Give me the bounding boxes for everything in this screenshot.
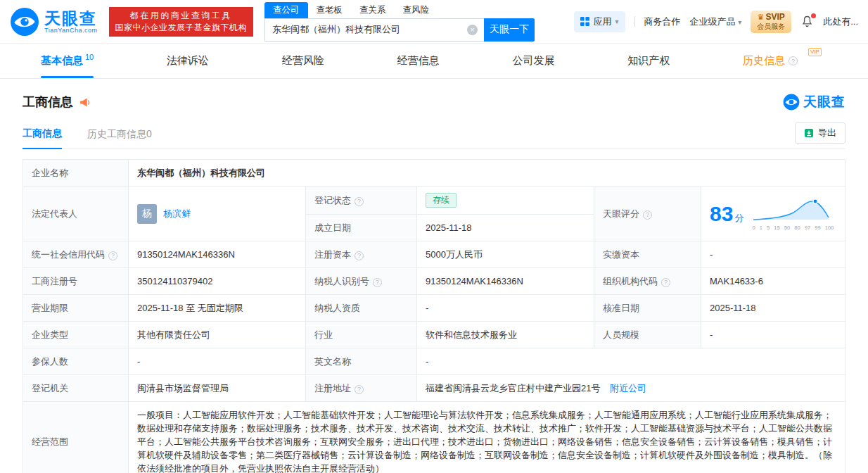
tianyancha-logo-icon	[10, 7, 39, 37]
score-value: 83分	[710, 203, 743, 225]
subtab-business-registration[interactable]: 工商信息	[23, 127, 62, 149]
logo-subtitle: TianYanCha.com	[44, 27, 98, 34]
export-label: 导出	[818, 127, 836, 139]
help-icon[interactable]: ?	[373, 278, 382, 287]
nearby-companies-link[interactable]: 附近公司	[610, 383, 646, 393]
promo-line-1: 都在用的商业查询工具	[115, 10, 248, 22]
approval-date-value: 2025-11-18	[701, 295, 845, 322]
promo-line-2: 国家中小企业发展子基金旗下机构	[115, 22, 248, 34]
reg-address-label-cell: 注册地址?	[306, 375, 417, 402]
score-tick: 97	[805, 225, 810, 231]
tianyancha-watermark-icon	[783, 94, 800, 111]
search-tab-boss[interactable]: 查老板	[308, 2, 352, 18]
insured-count-value: -	[129, 348, 306, 375]
score-tick: 80	[794, 225, 800, 231]
tab-company-development[interactable]: 公司发展	[512, 44, 554, 78]
legal-rep-cell: 杨 杨滨鲜	[129, 187, 306, 241]
divider	[634, 16, 635, 27]
tab-intellectual-property[interactable]: 知识产权	[627, 44, 670, 78]
help-icon[interactable]: ?	[661, 278, 670, 287]
taxpayer-qualification-value: -	[417, 295, 594, 322]
header-right: 应用 ▾ 商务合作 企业级产品 ▾ ♛SVIP 会员服务	[574, 11, 858, 33]
table-row: 工商注册号 350124110379402 纳税人识别号? 91350124MA…	[23, 268, 845, 295]
approval-date-label: 核准日期	[594, 295, 701, 322]
taxpayer-qualification-label: 纳税人资质	[306, 295, 417, 322]
top-header: 天眼查 TianYanCha.com 都在用的商业查询工具 国家中小企业发展子基…	[0, 0, 868, 44]
score-chart: 0 1 5 15 50 80 97 99 100	[751, 196, 835, 231]
tianyancha-watermark: 天眼查	[783, 93, 845, 111]
tab-business-risk[interactable]: 经营风险	[282, 44, 324, 78]
tab-basic-info-label: 基本信息	[41, 54, 83, 68]
reg-capital-label-cell: 注册资本?	[306, 241, 417, 268]
tab-basic-info[interactable]: 基本信息 10	[41, 44, 94, 78]
business-term-label: 营业期限	[23, 295, 129, 322]
help-icon[interactable]: ?	[355, 385, 364, 394]
help-icon[interactable]: ?	[355, 197, 364, 206]
reg-number-value: 350124110379402	[129, 268, 306, 295]
insured-count-label: 参保人数	[23, 348, 129, 375]
subtab-history-business-registration[interactable]: 历史工商信息0	[87, 128, 152, 149]
score-marker-dot	[813, 199, 817, 203]
score-label-cell: 天眼评分?	[594, 187, 701, 241]
announcement-icon	[79, 96, 91, 108]
score-ticks: 0 1 5 15 50 80 97 99 100	[751, 225, 835, 231]
subtabs-row: 工商信息 历史工商信息0 导出	[23, 122, 845, 149]
company-nav-tabs: 基本信息 10 法律诉讼 经营风险 经营信息 公司发展 知识产权 历史信息 ? …	[0, 44, 868, 79]
legal-rep-avatar[interactable]: 杨	[137, 204, 157, 224]
search-button[interactable]: 天眼一下	[484, 18, 535, 42]
tab-business-info[interactable]: 经营信息	[397, 44, 440, 78]
help-icon[interactable]: ?	[789, 56, 798, 65]
user-menu[interactable]: 此处有...	[823, 15, 858, 28]
search-tab-risk[interactable]: 查风险	[395, 2, 438, 18]
status-badge: 存续	[426, 193, 457, 208]
org-code-value: MAK14633-6	[701, 268, 845, 295]
logo-title: 天眼查	[44, 10, 98, 27]
org-code-label-cell: 组织机构代码?	[594, 268, 701, 295]
english-name-value: -	[417, 348, 845, 375]
business-coop-link[interactable]: 商务合作	[644, 15, 681, 28]
score-tick: 50	[784, 225, 790, 231]
svip-member-badge[interactable]: ♛SVIP 会员服务	[751, 11, 791, 33]
score-tick: 99	[815, 225, 820, 231]
vip-badge: VIP	[808, 48, 822, 56]
svip-sublabel: 会员服务	[757, 22, 785, 31]
enterprise-products-menu[interactable]: 企业级产品 ▾	[690, 15, 742, 28]
clear-search-icon[interactable]: ×	[467, 25, 478, 35]
help-icon[interactable]: ?	[355, 251, 364, 260]
table-row: 登记机关 闽清县市场监督管理局 注册地址? 福建省闽清县云龙乡官庄村中建产业园2…	[23, 375, 845, 402]
score-cell: 83分 0 1	[701, 187, 845, 241]
legal-rep-label: 法定代表人	[23, 187, 129, 241]
search-tab-relation[interactable]: 查关系	[351, 2, 395, 18]
paid-capital-value: -	[701, 241, 845, 268]
score-tick: 100	[825, 225, 834, 231]
crown-icon: ♛	[758, 13, 765, 21]
table-row: 统一社会信用代码? 91350124MAK146336N 注册资本? 5000万…	[23, 241, 845, 268]
search-tabs: 查公司 查老板 查关系 查风险	[264, 2, 535, 18]
tab-history-info[interactable]: 历史信息 ? VIP	[743, 44, 827, 78]
reg-address-value: 福建省闽清县云龙乡官庄村中建产业园21号	[426, 383, 600, 393]
business-scope-label: 经营范围	[23, 402, 129, 473]
search-input[interactable]	[264, 18, 484, 42]
staff-size-label: 人员规模	[594, 322, 701, 348]
search-tab-company[interactable]: 查公司	[264, 2, 308, 18]
section-header: 工商信息 天眼查	[23, 93, 845, 111]
notifications-bell[interactable]	[800, 15, 814, 28]
tab-legal-proceedings[interactable]: 法律诉讼	[167, 44, 209, 78]
chevron-down-icon: ▾	[615, 18, 618, 25]
promo-banner: 都在用的商业查询工具 国家中小企业发展子基金旗下机构	[109, 7, 254, 37]
apps-menu[interactable]: 应用 ▾	[574, 11, 625, 32]
reg-number-label: 工商注册号	[23, 268, 129, 295]
tianyancha-logo[interactable]: 天眼查 TianYanCha.com	[10, 7, 98, 37]
search-area: 查公司 查老板 查关系 查风险 × 天眼一下	[264, 2, 535, 42]
help-icon[interactable]: ?	[108, 251, 117, 260]
paid-capital-label: 实缴资本	[594, 241, 701, 268]
export-button[interactable]: 导出	[795, 122, 845, 144]
help-icon[interactable]: ?	[643, 210, 652, 220]
company-type-label: 企业类型	[23, 322, 129, 348]
company-type-value: 其他有限责任公司	[129, 322, 306, 348]
score-tick: 15	[774, 225, 779, 231]
apps-grid-icon	[580, 17, 589, 26]
notification-dot	[811, 13, 816, 18]
table-row: 参保人数 - 英文名称 -	[23, 348, 845, 375]
legal-rep-name-link[interactable]: 杨滨鲜	[163, 207, 191, 220]
